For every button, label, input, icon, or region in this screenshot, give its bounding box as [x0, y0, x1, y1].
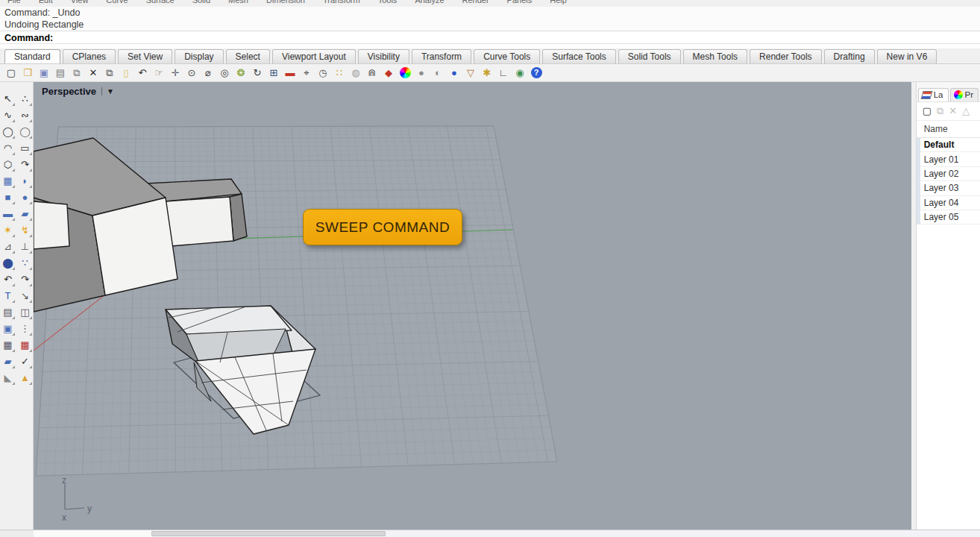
undo-icon[interactable]: ↶ [134, 65, 151, 81]
menu-tools[interactable]: Tools [378, 0, 398, 4]
viewport-title[interactable]: Perspective ▼ [42, 86, 114, 97]
text-icon[interactable]: T [0, 288, 16, 304]
perspective-viewport[interactable]: z y x Perspective ▼ SWEEP COMMAND [34, 82, 911, 530]
cylinder-icon[interactable]: ▬ [0, 206, 16, 222]
rectangle-icon[interactable]: ▭ [17, 140, 33, 156]
cone-icon[interactable]: ◣ [0, 370, 16, 386]
color-wheel-icon[interactable] [397, 65, 413, 81]
horizontal-scrollbar-thumb[interactable] [151, 531, 386, 536]
menu-curve[interactable]: Curve [106, 0, 128, 4]
new-file-icon[interactable]: ▢ [3, 65, 19, 81]
check-icon[interactable]: ✓ [17, 354, 33, 369]
tab-set-view[interactable]: Set View [118, 49, 172, 63]
layer-row[interactable]: Layer 05 [917, 210, 980, 224]
menu-dimension[interactable]: Dimension [266, 0, 305, 4]
layers-wedge-icon[interactable]: ◆ [380, 65, 397, 81]
zoom-dynamic-icon[interactable]: ⌀ [200, 65, 216, 81]
print-icon[interactable]: ▤ [52, 65, 69, 81]
align-icon[interactable]: ▰ [0, 354, 16, 369]
viewport-layout-icon[interactable]: ⊞ [266, 65, 282, 81]
layer-row[interactable]: Layer 03 [917, 181, 980, 195]
rotate-view-icon[interactable]: ↻ [249, 65, 266, 81]
control-point-curve-icon[interactable]: ∾ [17, 107, 33, 123]
save-icon[interactable]: ▣ [36, 65, 52, 81]
polyline-icon[interactable]: ∿ [0, 107, 16, 123]
block-icon[interactable]: ◫ [17, 304, 33, 320]
menu-file[interactable]: File [7, 0, 21, 4]
tab-surface-tools[interactable]: Surface Tools [542, 49, 616, 63]
filter-icon[interactable]: ▽ [462, 65, 479, 81]
menu-transform[interactable]: Transform [323, 0, 360, 4]
delete-layer-icon[interactable]: ✕ [949, 105, 957, 117]
box-icon[interactable]: ■ [0, 189, 16, 205]
zoom-icon[interactable]: ⊙ [183, 65, 200, 81]
tab-standard[interactable]: Standard [4, 49, 60, 63]
tab-viewport-layout[interactable]: Viewport Layout [272, 49, 356, 63]
tab-select[interactable]: Select [226, 49, 270, 63]
tab-cplanes[interactable]: CPlanes [63, 49, 116, 63]
tab-new-in-v6[interactable]: New in V6 [877, 49, 937, 63]
layer-row[interactable]: Layer 02 [917, 167, 980, 181]
chevron-down-icon[interactable]: ▼ [101, 87, 114, 95]
tab-drafting[interactable]: Drafting [824, 49, 875, 63]
lightbulb-icon[interactable]: ◍ [348, 65, 364, 81]
ellipse-icon[interactable]: ◯ [17, 124, 33, 139]
menu-mesh[interactable]: Mesh [228, 0, 248, 4]
tab-visibility[interactable]: Visibility [358, 49, 409, 63]
zoom-extents-icon[interactable]: ❂ [233, 65, 249, 81]
circle-icon[interactable]: ◯ [0, 124, 16, 139]
tab-curve-tools[interactable]: Curve Tools [474, 49, 540, 63]
pan-icon[interactable]: ☞ [151, 65, 167, 81]
panel-tab-properties[interactable]: Pr [950, 88, 979, 101]
ghosted-view-icon[interactable]: ◐ [430, 65, 446, 81]
menu-solid[interactable]: Solid [192, 0, 210, 4]
command-prompt-input[interactable]: Command: [0, 31, 980, 44]
sphere-icon[interactable]: ● [17, 189, 33, 205]
select-cursor-icon[interactable]: ↖ [0, 91, 16, 107]
copy-icon[interactable]: ⧉ [101, 65, 118, 81]
move-control-point-icon[interactable]: ↘ [17, 288, 33, 304]
menu-help[interactable]: Help [550, 0, 567, 4]
rectangular-array-icon[interactable]: ▦ [0, 337, 16, 353]
polar-array-icon[interactable]: ▦ [17, 337, 33, 353]
fillet-flash-icon[interactable]: ↯ [17, 222, 33, 238]
dimension-icon[interactable]: ∟ [495, 65, 512, 81]
show-objects-icon[interactable]: ▣ [0, 321, 16, 336]
chamfer-icon[interactable]: ⊿ [0, 239, 16, 254]
duplicate-layer-icon[interactable]: ⧉ [937, 105, 943, 117]
lock-icon[interactable]: ⋒ [364, 65, 380, 81]
globe-icon[interactable]: ◉ [512, 65, 528, 81]
car-icon[interactable]: ▬ [282, 65, 298, 81]
help-icon[interactable]: ? [528, 65, 544, 81]
layer-row[interactable]: Default [917, 138, 980, 152]
filter-layers-icon[interactable]: △ [962, 105, 970, 117]
menu-render[interactable]: Render [462, 0, 489, 4]
move-icon[interactable]: ✛ [167, 65, 183, 81]
menu-panels[interactable]: Panels [507, 0, 533, 4]
menu-analyze[interactable]: Analyze [415, 0, 444, 4]
rotate-right-icon[interactable]: ↷ [17, 271, 33, 287]
layer-row[interactable]: Layer 01 [917, 152, 980, 166]
set-view-icon[interactable]: ⌖ [298, 65, 315, 81]
group-icon[interactable]: ▤ [0, 304, 16, 320]
freeform-curve-icon[interactable]: ↷ [17, 157, 33, 172]
tab-render-tools[interactable]: Render Tools [750, 49, 822, 63]
menu-surface[interactable]: Surface [146, 0, 175, 4]
arc-icon[interactable]: ◠ [0, 140, 16, 156]
explode-icon[interactable]: ✶ [0, 222, 16, 238]
rendered-view-icon[interactable]: ● [446, 65, 462, 81]
layer-row[interactable]: Layer 04 [917, 196, 980, 210]
export-icon[interactable]: ⧉ [69, 65, 85, 81]
boolean-union-icon[interactable]: ⬤ [0, 255, 16, 271]
polygon-icon[interactable]: ⬡ [0, 157, 16, 172]
tab-transform[interactable]: Transform [412, 49, 471, 63]
delete-icon[interactable]: ✕ [85, 65, 101, 81]
surface-from-points-icon[interactable]: ▦ [0, 173, 16, 189]
plane-icon[interactable]: ▰ [17, 206, 33, 222]
control-points-icon[interactable]: ∷ [331, 65, 348, 81]
blend-icon[interactable]: ⊥ [17, 239, 33, 254]
viewport-canvas[interactable]: z y x [34, 82, 914, 529]
shaded-view-icon[interactable]: ● [413, 65, 430, 81]
paste-icon[interactable]: ▯ [118, 65, 134, 81]
panel-tab-layers[interactable]: La [918, 88, 949, 101]
